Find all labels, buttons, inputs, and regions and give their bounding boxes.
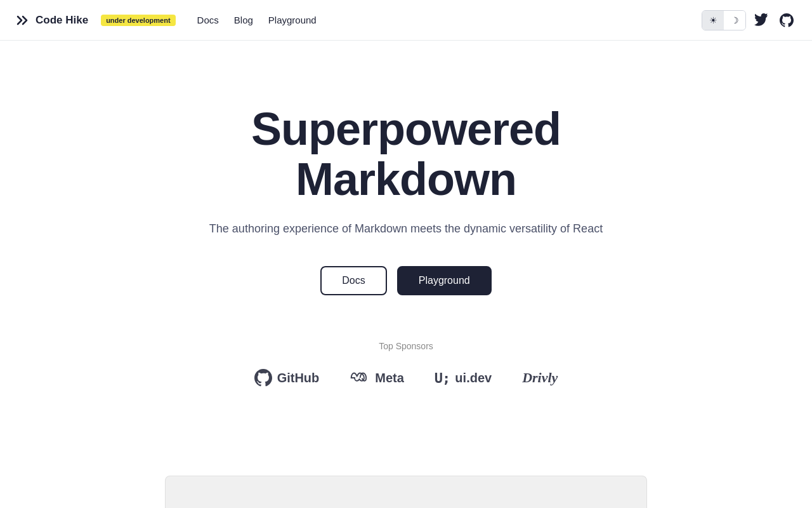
github-link[interactable] — [776, 10, 797, 30]
nav-playground-link[interactable]: Playground — [262, 12, 323, 28]
theme-dark-button[interactable]: ☽ — [724, 11, 745, 30]
uidev-sponsor-icon: U; — [435, 370, 450, 386]
sponsors-row: GitHub Meta U; ui.dev Drivly — [254, 369, 558, 387]
sponsor-github-label: GitHub — [277, 371, 320, 385]
meta-sponsor-icon — [350, 371, 370, 385]
nav-right: ☀ ☽ — [702, 10, 797, 30]
moon-icon: ☽ — [731, 15, 739, 25]
playground-button[interactable]: Playground — [397, 266, 492, 295]
hero-title: Superpowered Markdown — [251, 104, 561, 204]
twitter-link[interactable] — [751, 10, 771, 30]
theme-toggle: ☀ ☽ — [702, 10, 746, 30]
navbar: Code Hike under development Docs Blog Pl… — [0, 0, 812, 41]
logo-icon — [15, 13, 30, 28]
hero-title-line1: Superpowered — [251, 104, 561, 154]
nav-links: Docs Blog Playground — [191, 12, 323, 28]
theme-light-button[interactable]: ☀ — [702, 11, 724, 30]
preview-box — [165, 476, 647, 508]
logo-text: Code Hike — [36, 14, 88, 27]
hero-buttons: Docs Playground — [320, 266, 491, 295]
hero-section: Superpowered Markdown The authoring expe… — [0, 41, 812, 476]
sponsor-uidev[interactable]: U; ui.dev — [435, 370, 492, 386]
sponsor-uidev-label: ui.dev — [455, 371, 492, 385]
sponsor-meta[interactable]: Meta — [350, 371, 404, 385]
sponsors-section: Top Sponsors GitHub Meta U; ui.dev — [254, 341, 558, 387]
github-icon — [780, 13, 794, 27]
dev-badge: under development — [101, 15, 175, 26]
sponsor-drivly-label: Drivly — [522, 370, 558, 386]
twitter-icon — [754, 13, 768, 27]
hero-subtitle: The authoring experience of Markdown mee… — [209, 222, 603, 236]
nav-blog-link[interactable]: Blog — [228, 12, 259, 28]
hero-title-line2: Markdown — [296, 154, 516, 204]
sponsor-drivly[interactable]: Drivly — [522, 370, 558, 386]
sponsors-label: Top Sponsors — [379, 341, 433, 351]
sponsor-github[interactable]: GitHub — [254, 369, 320, 387]
nav-docs-link[interactable]: Docs — [191, 12, 225, 28]
docs-button[interactable]: Docs — [320, 266, 386, 295]
github-sponsor-icon — [254, 369, 272, 387]
logo-link[interactable]: Code Hike — [15, 13, 88, 28]
sun-icon: ☀ — [709, 15, 717, 25]
sponsor-meta-label: Meta — [375, 371, 404, 385]
